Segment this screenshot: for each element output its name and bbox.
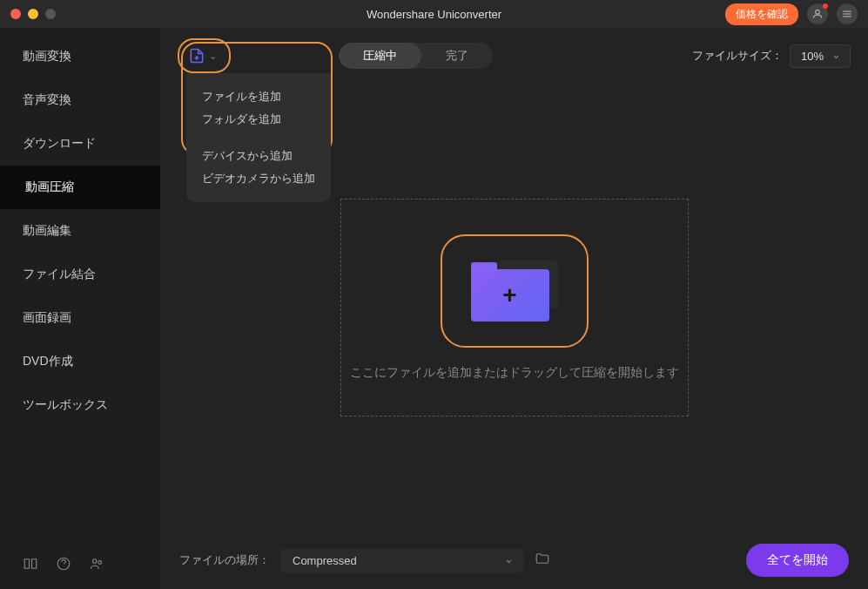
dropzone[interactable]: + ここにファイルを追加またはドラッグして圧縮を開始します [340,199,689,416]
dropdown-item-add-folder[interactable]: フォルダを追加 [202,108,315,131]
sidebar: 動画変換 音声変換 ダウンロード 動画圧縮 動画編集 ファイル結合 画面録画 D… [0,28,160,589]
sidebar-item-video-compress[interactable]: 動画圧縮 [0,166,160,209]
sidebar-item-download[interactable]: ダウンロード [0,122,160,166]
add-folder-icon[interactable]: + [471,261,558,322]
svg-point-0 [816,10,820,14]
filesize-label: ファイルサイズ： [692,48,783,64]
filesize-select[interactable]: 10% [790,44,851,68]
book-icon[interactable] [23,556,38,575]
menu-icon[interactable] [837,3,858,24]
sidebar-item-toolbox[interactable]: ツールボックス [0,383,160,427]
close-window-icon[interactable] [10,9,21,19]
community-icon[interactable] [89,556,104,575]
start-all-button[interactable]: 全てを開始 [746,544,849,577]
open-folder-icon[interactable] [535,551,550,570]
plus-icon: + [502,281,516,309]
dropdown-item-add-file[interactable]: ファイルを追加 [202,85,315,108]
sidebar-item-screen-record[interactable]: 画面録画 [0,296,160,340]
folder-highlight: + [441,234,589,348]
titlebar: Wondershare Uniconverter 価格を確認 [0,0,868,28]
minimize-window-icon[interactable] [28,9,38,19]
maximize-window-icon[interactable] [45,9,56,19]
status-tabs: 圧縮中 完了 [339,43,493,69]
location-value: Compressed [293,554,357,567]
sidebar-item-audio-convert[interactable]: 音声変換 [0,78,160,122]
price-check-button[interactable]: 価格を確認 [725,3,798,25]
location-label: ファイルの場所： [179,552,270,568]
svg-point-5 [93,559,98,564]
sidebar-item-file-merge[interactable]: ファイル結合 [0,253,160,296]
chevron-down-icon: ⌄ [209,51,217,62]
add-file-button[interactable]: ⌄ [188,47,217,64]
app-title: Wondershare Uniconverter [367,8,501,21]
add-dropdown: ファイルを追加 フォルダを追加 デバイスから追加 ビデオカメラから追加 [186,73,331,202]
sidebar-item-video-edit[interactable]: 動画編集 [0,209,160,253]
dropdown-item-add-device[interactable]: デバイスから追加 [202,145,315,167]
dropzone-text: ここにファイルを追加またはドラッグして圧縮を開始します [350,365,679,381]
filesize-value: 10% [801,50,824,63]
add-file-icon [188,47,205,64]
window-controls [10,9,56,19]
notification-dot-icon [823,3,828,9]
svg-point-6 [98,561,102,565]
dropdown-item-add-camera[interactable]: ビデオカメラから追加 [202,167,315,190]
main-panel: ⌄ ファイルを追加 フォルダを追加 デバイスから追加 ビデオカメラから追加 [160,28,868,589]
tab-done[interactable]: 完了 [421,43,493,69]
tab-compressing[interactable]: 圧縮中 [339,43,421,69]
sidebar-item-dvd-create[interactable]: DVD作成 [0,340,160,383]
sidebar-item-video-convert[interactable]: 動画変換 [0,35,160,78]
account-icon[interactable] [807,3,828,24]
help-icon[interactable] [56,556,71,575]
location-select[interactable]: Compressed [280,549,524,572]
